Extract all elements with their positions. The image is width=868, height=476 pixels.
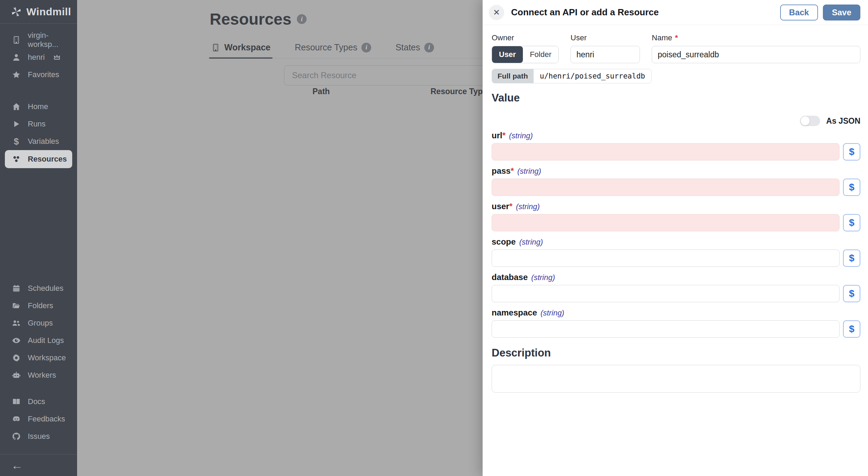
url-input[interactable] [492,143,840,161]
full-path-value: u/henri/poised_surrealdb [534,69,651,83]
close-icon[interactable]: ✕ [489,5,504,20]
field-name: database [492,272,528,282]
name-input[interactable] [652,46,860,63]
star-icon [11,70,22,79]
back-button[interactable]: Back [780,5,818,20]
pass-input[interactable] [492,179,840,196]
field-database: database (string) $ [492,272,860,302]
nav-label: Workers [28,371,56,380]
toggle-knob [801,116,810,125]
scope-input[interactable] [492,249,840,267]
windmill-logo-icon [10,6,22,18]
sidebar-item-audit-logs[interactable]: Audit Logs [0,332,77,349]
app-logo[interactable]: Windmill [0,0,77,24]
sidebar-item-variables[interactable]: $ Variables [0,133,77,150]
database-input[interactable] [492,285,840,302]
owner-kind-segmented: User Folder [492,46,559,63]
owner-user-label: User [570,33,640,42]
drawer-body: Owner User Folder User Name* Full path u… [483,25,868,476]
robot-icon [11,371,22,380]
insert-variable-button[interactable]: $ [843,143,860,161]
full-path-label: Full path [492,69,534,83]
owner-option-folder[interactable]: Folder [523,46,558,63]
sidebar-item-schedules[interactable]: Schedules [0,280,77,297]
nav-label: Runs [28,120,45,129]
sidebar-item-docs[interactable]: Docs [0,393,77,410]
field-name: user [492,202,509,211]
drawer-header: ✕ Connect an API or add a Resource Back … [483,0,868,25]
resources-tabs: Workspace Resource Types i States i [209,39,483,58]
sidebar-item-resources[interactable]: Resources [5,150,72,168]
column-header-resource-type: Resource Type [431,87,487,96]
workspace-name: virgin-worksp... [28,31,77,49]
nav-label: Groups [28,319,53,328]
eye-icon [11,336,22,345]
insert-variable-button[interactable]: $ [843,249,860,267]
info-icon[interactable]: i [297,14,307,24]
user-name: henri [28,53,45,62]
sidebar-item-workers[interactable]: Workers [0,367,77,384]
discord-icon [11,415,22,424]
sidebar-item-issues[interactable]: Issues [0,428,77,445]
tab-label: States [395,42,420,52]
sidebar-item-feedbacks[interactable]: Feedbacks [0,410,77,428]
sidebar-item-runs[interactable]: Runs [0,115,77,133]
field-pass: pass * (string) $ [492,166,860,196]
user-input[interactable] [492,214,840,231]
sidebar-item-user-menu[interactable]: henri [0,49,77,66]
field-name: url [492,131,502,140]
tab-resource-types[interactable]: Resource Types i [293,42,373,58]
owner-group: Owner User Folder [492,33,559,63]
sidebar-item-folders[interactable]: Folders [0,297,77,314]
tab-states[interactable]: States i [393,42,436,58]
insert-variable-button[interactable]: $ [843,285,860,302]
owner-user-input[interactable] [570,46,640,63]
play-icon [11,120,22,128]
field-type: (string) [531,273,555,282]
tab-workspace[interactable]: Workspace [209,42,273,58]
column-header-path: Path [312,87,389,96]
tab-label: Workspace [224,42,270,52]
sidebar-item-home[interactable]: Home [0,98,77,115]
nav-label: Audit Logs [28,336,64,345]
nav-label: Feedbacks [28,415,65,424]
description-textarea[interactable] [492,365,860,393]
insert-variable-button[interactable]: $ [843,214,860,231]
field-user: user * (string) $ [492,202,860,231]
required-asterisk: * [509,202,512,211]
app-title: Windmill [26,6,71,18]
sidebar-item-workspace-switcher[interactable]: virgin-worksp... [0,31,77,49]
sidebar-item-favorites[interactable]: Favorites [0,66,77,83]
sidebar: Windmill virgin-worksp... henri [0,0,77,476]
nav-label: Issues [28,432,50,441]
field-type: (string) [519,238,543,247]
value-section-heading: Value [492,92,860,104]
drawer-title: Connect an API or add a Resource [511,7,659,18]
nav-label: Variables [28,137,59,146]
collapse-sidebar-button[interactable]: ← [0,454,77,476]
building-icon [11,35,22,44]
as-json-toggle[interactable] [800,116,820,126]
nav-label: Workspace [28,353,66,362]
required-asterisk: * [675,33,678,42]
sidebar-item-workspace-settings[interactable]: Workspace [0,349,77,367]
field-scope: scope (string) $ [492,237,860,267]
save-button[interactable]: Save [823,5,860,20]
insert-variable-button[interactable]: $ [843,320,860,338]
nav-label: Docs [28,397,45,406]
info-icon: i [424,43,434,52]
namespace-input[interactable] [492,320,840,338]
nav-label: Resources [28,155,67,164]
home-icon [11,102,22,111]
insert-variable-button[interactable]: $ [843,179,860,196]
boxes-icon [11,154,22,164]
field-name: pass [492,166,511,176]
field-type: (string) [509,131,533,140]
sidebar-item-groups[interactable]: Groups [0,314,77,332]
nav-label: Schedules [28,284,64,293]
owner-option-user[interactable]: User [492,46,523,63]
dollar-icon: $ [11,136,22,147]
favorites-label: Favorites [28,70,59,79]
as-json-row: As JSON [492,115,860,126]
field-type: (string) [516,202,540,211]
